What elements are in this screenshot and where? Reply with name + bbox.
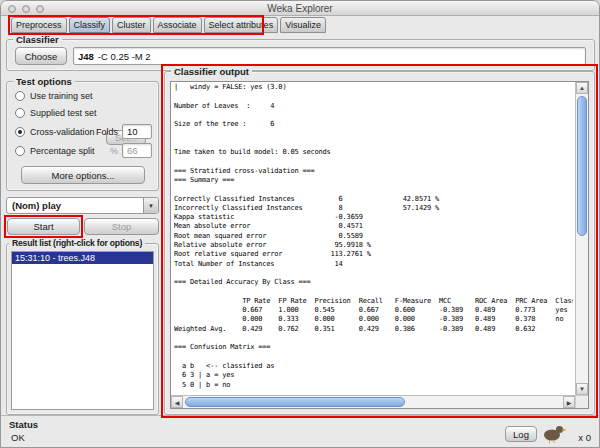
supplied-test-set-label[interactable]: Supplied test set xyxy=(30,108,97,118)
classifier-scheme-field[interactable]: J48 -C 0.25 -M 2 xyxy=(73,47,586,65)
window-title: Weka Explorer xyxy=(1,3,599,14)
result-list[interactable]: 15:31:10 - trees.J48 xyxy=(11,251,154,410)
supplied-test-set-radio[interactable] xyxy=(15,108,25,118)
percentage-split-label[interactable]: Percentage split xyxy=(30,146,95,156)
vertical-scrollbar[interactable]: ▲ ▼ xyxy=(575,82,588,395)
classifier-output-legend: Classifier output xyxy=(171,66,252,77)
classifier-group: Classifier Choose J48 -C 0.25 -M 2 xyxy=(6,39,595,71)
tab-select-attributes[interactable]: Select attributes xyxy=(204,17,279,33)
use-training-set-label[interactable]: Use training set xyxy=(30,91,93,101)
radio-row-training: Use training set xyxy=(15,90,93,102)
scroll-up-icon[interactable]: ▲ xyxy=(576,82,588,94)
status-message: OK xyxy=(11,432,25,443)
classifier-output-group: Classifier output | windy = FALSE: yes (… xyxy=(164,71,595,415)
result-list-legend: Result list (right-click for options) xyxy=(9,238,145,248)
test-options-group: Test options Use training set Supplied t… xyxy=(6,81,159,191)
scroll-right-icon[interactable]: ▶ xyxy=(563,396,575,408)
classifier-output-text[interactable]: | windy = FALSE: yes (3.0) Number of Lea… xyxy=(174,83,573,393)
scroll-left-icon[interactable]: ◀ xyxy=(171,396,183,408)
result-list-group: Result list (right-click for options) 15… xyxy=(6,243,159,415)
cross-validation-label[interactable]: Cross-validation xyxy=(30,127,95,137)
weka-explorer-window: Weka Explorer Preprocess Classify Cluste… xyxy=(0,0,600,448)
class-attribute-combo[interactable]: (Nom) play ▼ xyxy=(6,197,159,214)
classifier-name: J48 xyxy=(78,51,94,62)
percent-label: % xyxy=(110,146,118,156)
percentage-split-radio[interactable] xyxy=(15,146,25,156)
more-options-button[interactable]: More options... xyxy=(21,166,145,184)
horizontal-scrollbar[interactable]: ◀ ▶ xyxy=(171,395,575,408)
vertical-scroll-thumb[interactable] xyxy=(577,96,587,236)
class-attribute-value: (Nom) play xyxy=(12,200,61,211)
radio-row-percentage-split: Percentage split xyxy=(15,145,95,157)
percentage-split-field[interactable]: 66 xyxy=(122,143,152,158)
scroll-down-icon[interactable]: ▼ xyxy=(576,383,588,395)
scrollbar-corner xyxy=(575,395,588,408)
stop-button[interactable]: Stop xyxy=(84,218,159,235)
classifier-group-legend: Classifier xyxy=(13,34,62,45)
horizontal-scroll-thumb[interactable] xyxy=(185,397,405,407)
result-list-item[interactable]: 15:31:10 - trees.J48 xyxy=(12,252,153,264)
log-button[interactable]: Log xyxy=(505,426,537,442)
classifier-params: -C 0.25 -M 2 xyxy=(98,51,151,62)
folds-label: Folds xyxy=(96,127,118,137)
weka-bird-icon xyxy=(543,423,567,443)
titlebar: Weka Explorer xyxy=(1,1,599,16)
use-training-set-radio[interactable] xyxy=(15,91,25,101)
status-bar: Status OK Log x 0 xyxy=(1,415,599,447)
tab-associate[interactable]: Associate xyxy=(153,17,202,33)
tab-classify[interactable]: Classify xyxy=(69,17,111,33)
tab-cluster[interactable]: Cluster xyxy=(112,17,151,33)
cross-validation-radio[interactable] xyxy=(15,127,25,137)
tab-bar: Preprocess Classify Cluster Associate Se… xyxy=(11,17,326,34)
process-counter: x 0 xyxy=(578,432,591,443)
status-legend: Status xyxy=(9,419,38,430)
tab-visualize[interactable]: Visualize xyxy=(280,17,326,33)
start-button[interactable]: Start xyxy=(7,218,80,235)
radio-row-supplied: Supplied test set Set... xyxy=(15,107,152,119)
test-options-legend: Test options xyxy=(13,76,75,87)
tab-preprocess[interactable]: Preprocess xyxy=(11,17,67,33)
choose-button[interactable]: Choose xyxy=(15,47,67,65)
folds-field[interactable]: 10 xyxy=(122,124,152,139)
chevron-down-icon: ▼ xyxy=(143,198,158,213)
classifier-output-area[interactable]: | windy = FALSE: yes (3.0) Number of Lea… xyxy=(170,81,589,409)
